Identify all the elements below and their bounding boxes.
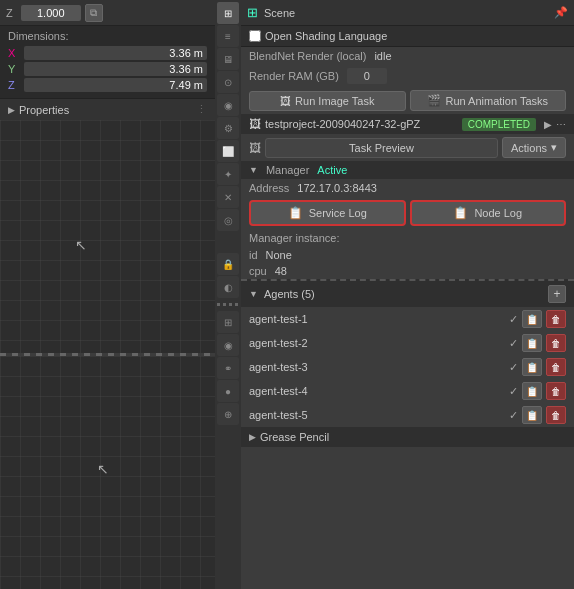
dimensions-title: Dimensions: <box>8 30 207 42</box>
sidebar-icon-addon5[interactable]: ⊕ <box>217 403 239 425</box>
agent-check-1[interactable]: ✓ <box>509 313 518 326</box>
pin-icon[interactable]: 📌 <box>554 6 568 19</box>
node-log-button[interactable]: 📋 Node Log <box>410 200 567 226</box>
instance-label: Manager instance: <box>249 232 340 244</box>
grease-pencil-label: Grease Pencil <box>260 431 329 443</box>
agent-list-btn-2[interactable]: 📋 <box>522 334 542 352</box>
service-log-button[interactable]: 📋 Service Log <box>249 200 406 226</box>
actions-dropdown[interactable]: Actions ▾ <box>502 137 566 158</box>
right-top-bar: ⊞ Scene 📌 <box>241 0 574 26</box>
copy-icon[interactable]: ⧉ <box>85 4 103 22</box>
sidebar-icon-object[interactable]: ✕ <box>217 186 239 208</box>
run-image-label: Run Image Task <box>295 95 374 107</box>
sidebar-icon-tools[interactable]: 🔒 <box>217 253 239 275</box>
sidebar-divider <box>217 303 239 306</box>
run-buttons-row: 🖼 Run Image Task 🎬 Run Animation Tasks <box>241 87 574 114</box>
panel-title: Scene <box>264 7 295 19</box>
manager-row: ▼ Manager Active <box>241 161 574 179</box>
sidebar-icon-view2[interactable]: ◉ <box>217 94 239 116</box>
agent-del-btn-4[interactable]: 🗑 <box>546 382 566 400</box>
agent-row-2: agent-test-2 ✓ 📋 🗑 <box>241 331 574 355</box>
blendnet-label: BlendNet Render (local) <box>249 50 366 62</box>
sidebar-icon-constraints[interactable]: ✦ <box>217 163 239 185</box>
agent-name-3: agent-test-3 <box>249 361 505 373</box>
ram-label: Render RAM (GB) <box>249 70 339 82</box>
agents-expand-icon[interactable]: ▼ <box>249 289 258 299</box>
sidebar-icon-output[interactable]: ⊙ <box>217 71 239 93</box>
agent-list-btn-4[interactable]: 📋 <box>522 382 542 400</box>
properties-header[interactable]: ▶ Properties ⋮ <box>0 99 215 120</box>
sidebar-icon-scene[interactable]: ⊞ <box>217 2 239 24</box>
task-preview-label: Task Preview <box>349 142 414 154</box>
grid-overlay <box>0 120 215 353</box>
properties-expand-icon: ▶ <box>8 105 15 115</box>
z-value-field[interactable]: 1.000 <box>21 5 81 21</box>
actions-label: Actions <box>511 142 547 154</box>
ram-row: Render RAM (GB) 0 <box>241 65 574 87</box>
node-log-label: Node Log <box>474 207 522 219</box>
agent-check-2[interactable]: ✓ <box>509 337 518 350</box>
task-expand-icon[interactable]: ▶ <box>544 119 552 130</box>
dimensions-panel: Dimensions: X 3.36 m Y 3.36 m Z 7.49 m <box>0 26 215 99</box>
agent-del-btn-5[interactable]: 🗑 <box>546 406 566 424</box>
sidebar-icon-view[interactable]: ≡ <box>217 25 239 47</box>
sidebar-icon-particles[interactable]: ⚙ <box>217 117 239 139</box>
cursor-arrow-bottom: ↖ <box>97 461 109 477</box>
animation-icon: 🎬 <box>427 94 441 107</box>
agent-list-btn-1[interactable]: 📋 <box>522 310 542 328</box>
sidebar-icon-item[interactable]: ◐ <box>217 276 239 298</box>
add-agent-button[interactable]: + <box>548 285 566 303</box>
agent-check-3[interactable]: ✓ <box>509 361 518 374</box>
run-image-button[interactable]: 🖼 Run Image Task <box>249 91 406 111</box>
sidebar-icon-physics[interactable]: ⬜ <box>217 140 239 162</box>
agent-del-btn-3[interactable]: 🗑 <box>546 358 566 376</box>
instance-row: Manager instance: <box>241 229 574 247</box>
agent-check-4[interactable]: ✓ <box>509 385 518 398</box>
z-label: Z <box>6 7 13 19</box>
sidebar-icon-addon1[interactable]: ⊞ <box>217 311 239 333</box>
cpu-value: 48 <box>275 265 287 277</box>
task-name[interactable]: testproject-2009040247-32-gPZ <box>265 118 458 130</box>
sidebar-icon-modifier[interactable]: ◎ <box>217 209 239 231</box>
properties-menu-icon[interactable]: ⋮ <box>196 103 207 116</box>
blendnet-status: idle <box>374 50 391 62</box>
z-control-bar: Z 1.000 ⧉ <box>0 0 215 26</box>
right-panel: ⊞ Scene 📌 Open Shading Language BlendNet… <box>241 0 574 589</box>
sidebar-icon-addon3[interactable]: ⚭ <box>217 357 239 379</box>
agent-list-btn-5[interactable]: 📋 <box>522 406 542 424</box>
cpu-row: cpu 48 <box>241 263 574 279</box>
agent-list-btn-3[interactable]: 📋 <box>522 358 542 376</box>
task-more-icon[interactable]: ⋯ <box>556 119 566 130</box>
manager-expand-icon[interactable]: ▼ <box>249 165 258 175</box>
open-shading-checkbox[interactable] <box>249 30 261 42</box>
agent-name-1: agent-test-1 <box>249 313 505 325</box>
node-log-icon: 📋 <box>453 206 468 220</box>
open-shading-label: Open Shading Language <box>265 30 387 42</box>
manager-status: Active <box>317 164 347 176</box>
sidebar-icon-addon2[interactable]: ◉ <box>217 334 239 356</box>
ram-value[interactable]: 0 <box>347 68 387 84</box>
grease-pencil-row[interactable]: ▶ Grease Pencil <box>241 427 574 447</box>
manager-label: Manager <box>266 164 309 176</box>
task-preview-button[interactable]: Task Preview <box>265 138 498 158</box>
preview-icon: 🖼 <box>249 141 261 155</box>
agent-del-btn-2[interactable]: 🗑 <box>546 334 566 352</box>
dim-x-row: X 3.36 m <box>8 46 207 60</box>
run-animation-button[interactable]: 🎬 Run Animation Tasks <box>410 90 567 111</box>
service-log-label: Service Log <box>309 207 367 219</box>
grease-pencil-expand-icon: ▶ <box>249 432 256 442</box>
sidebar-icon-addon4[interactable]: ● <box>217 380 239 402</box>
task-icon: 🖼 <box>249 117 261 131</box>
agent-check-5[interactable]: ✓ <box>509 409 518 422</box>
dim-y-value[interactable]: 3.36 m <box>24 62 207 76</box>
scene-icon: ⊞ <box>247 5 258 20</box>
sidebar-icon-render[interactable]: 🖥 <box>217 48 239 70</box>
dim-x-label: X <box>8 47 20 59</box>
agent-del-btn-1[interactable]: 🗑 <box>546 310 566 328</box>
id-row: id None <box>241 247 574 263</box>
dim-z-value[interactable]: 7.49 m <box>24 78 207 92</box>
dim-x-value[interactable]: 3.36 m <box>24 46 207 60</box>
viewport-bottom: ↖ <box>0 356 215 589</box>
add-icon: + <box>553 287 560 301</box>
agents-label: Agents (5) <box>264 288 315 300</box>
